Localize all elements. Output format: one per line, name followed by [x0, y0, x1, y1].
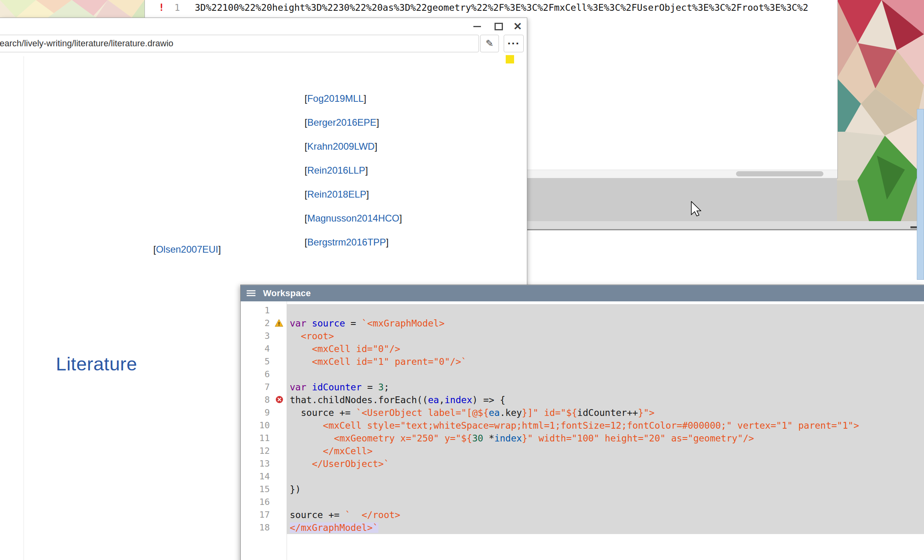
code-line[interactable]: var source = `<mxGraphModel> — [287, 317, 924, 330]
code-row: 12 </mxCell> — [241, 445, 924, 457]
bracket: ] — [375, 141, 378, 152]
code-row: 5 <mxCell id="1" parent="0"/>` — [241, 355, 924, 368]
bracket: [ — [305, 189, 307, 200]
encoded-code-line[interactable]: 3D%22100%22%20height%3D%2230%22%20as%3D%… — [195, 1, 808, 14]
code-line[interactable]: }) — [287, 483, 924, 496]
citation-list: [Fog2019MLL][Berger2016EPE][Krahn2009LWD… — [305, 93, 402, 260]
bracket: [ — [305, 165, 307, 176]
maximize-button[interactable] — [492, 20, 505, 32]
code-row: 10 <mxCell style="text;whiteSpace=wrap;h… — [241, 419, 924, 432]
code-line[interactable]: source += ` </root> — [287, 509, 924, 521]
close-button[interactable]: ✕ — [511, 20, 524, 32]
line-number: 14 — [241, 470, 287, 483]
code-line[interactable] — [287, 496, 924, 509]
page-boundary — [24, 56, 24, 560]
code-row: 3 <root> — [241, 330, 924, 342]
citation-link[interactable]: [Krahn2009LWD] — [305, 140, 402, 152]
code-row: 13 </UserObject>` — [241, 457, 924, 470]
desktop-wallpaper — [837, 0, 924, 221]
more-options-button[interactable]: ··· — [504, 35, 524, 52]
line-number: 1 — [174, 1, 180, 14]
gutter-cell: 10 — [241, 419, 287, 432]
gutter-cell: 15 — [241, 483, 287, 496]
citation-link[interactable]: [Fog2019MLL] — [305, 93, 402, 105]
line-number: 16 — [241, 496, 287, 509]
minimize-icon — [473, 26, 481, 27]
citation-link[interactable]: [Rein2016LLP] — [305, 164, 402, 176]
gutter-cell: 3 — [241, 330, 287, 342]
code-line[interactable]: <mxCell style="text;whiteSpace=wrap;html… — [287, 419, 924, 432]
yellow-marker[interactable] — [506, 55, 514, 63]
citation-link[interactable]: [Magnusson2014HCO] — [305, 212, 402, 224]
diagram-heading: Literature — [56, 353, 137, 375]
bracket: [ — [153, 244, 156, 255]
scrollbar-thumb[interactable] — [736, 171, 823, 176]
citation-label: Berger2016EPE — [307, 117, 376, 128]
window-title: Workspace — [263, 288, 311, 299]
code-line[interactable]: </UserObject>` — [287, 457, 924, 470]
code-line[interactable] — [287, 368, 924, 381]
code-line[interactable]: source += `<UserObject label="[@${ea.key… — [287, 406, 924, 419]
gutter-cell: 6 — [241, 368, 287, 381]
bracket: ] — [399, 213, 402, 224]
minimize-button[interactable] — [471, 20, 483, 32]
gutter-cell: 18 — [241, 521, 287, 534]
file-path-input[interactable] — [0, 35, 479, 52]
pencil-icon: ✎ — [485, 38, 493, 49]
error-marker: ! — [158, 1, 164, 14]
citation-label: Rein2016LLP — [307, 165, 365, 176]
menu-icon[interactable] — [247, 289, 255, 297]
code-line[interactable]: <root> — [287, 330, 924, 342]
line-number: 3 — [241, 330, 287, 342]
code-row: 1 — [241, 304, 924, 317]
citation-label: Bergstrm2016TPP — [307, 237, 386, 247]
code-line[interactable] — [287, 304, 924, 317]
bracket: ] — [366, 189, 369, 200]
line-number: 9 — [241, 406, 287, 419]
citation-link[interactable]: [Rein2018ELP] — [305, 188, 402, 200]
workspace-window: Workspace 12!var source = `<mxGraphModel… — [240, 285, 924, 560]
code-row: 8that.childNodes.forEach((ea,index) => { — [241, 394, 924, 406]
gutter-cell: 17 — [241, 509, 287, 521]
edit-button[interactable]: ✎ — [480, 35, 499, 52]
code-editor[interactable]: 12!var source = `<mxGraphModel>3 <root>4… — [241, 301, 924, 560]
desktop: ! 1 3D%22100%22%20height%3D%2230%22%20as… — [0, 0, 924, 560]
code-line[interactable]: </mxCell> — [287, 445, 924, 457]
code-row: 14 — [241, 470, 924, 483]
gutter-cell: 13 — [241, 457, 287, 470]
citation-link[interactable]: [Bergstrm2016TPP] — [305, 236, 402, 248]
gutter-cell: 1 — [241, 304, 287, 317]
gutter-cell: 8 — [241, 394, 287, 406]
bracket: ] — [376, 117, 379, 128]
close-icon: ✕ — [513, 20, 522, 33]
code-line[interactable]: </mxGraphModel>` — [287, 521, 924, 534]
citation-label: Rein2018ELP — [307, 189, 366, 200]
code-line[interactable] — [287, 470, 924, 483]
svg-text:!: ! — [278, 321, 280, 327]
line-number: 10 — [241, 419, 287, 432]
code-row: 11 <mxGeometry x="250" y="${30 *index}" … — [241, 432, 924, 445]
line-number: 1 — [241, 304, 287, 317]
code-line[interactable]: <mxGeometry x="250" y="${30 *index}" wid… — [287, 432, 924, 445]
bracket: [ — [305, 213, 307, 224]
line-number: 17 — [241, 509, 287, 521]
citation-link[interactable]: [Berger2016EPE] — [305, 117, 402, 129]
line-number: 12 — [241, 445, 287, 457]
gutter-cell: 4 — [241, 342, 287, 355]
citation-label: Fog2019MLL — [307, 93, 364, 104]
mouse-cursor — [691, 201, 701, 216]
code-rows: 12!var source = `<mxGraphModel>3 <root>4… — [241, 304, 924, 534]
code-line[interactable]: that.childNodes.forEach((ea,index) => { — [287, 394, 924, 406]
code-line[interactable]: var idCounter = 3; — [287, 381, 924, 394]
code-line[interactable]: <mxCell id="1" parent="0"/>` — [287, 355, 924, 368]
bracket: [ — [305, 93, 307, 104]
workspace-titlebar[interactable]: Workspace — [241, 285, 924, 302]
desktop-wallpaper — [0, 0, 144, 18]
line-number: 18 — [241, 521, 287, 534]
vertical-scrollbar[interactable] — [917, 109, 924, 280]
code-line[interactable]: <mxCell id="0"/> — [287, 342, 924, 355]
code-row: 6 — [241, 368, 924, 381]
citation-link[interactable]: [Olsen2007EUI] — [153, 243, 221, 255]
ellipsis-icon: ··· — [508, 37, 520, 50]
code-row: 4 <mxCell id="0"/> — [241, 342, 924, 355]
